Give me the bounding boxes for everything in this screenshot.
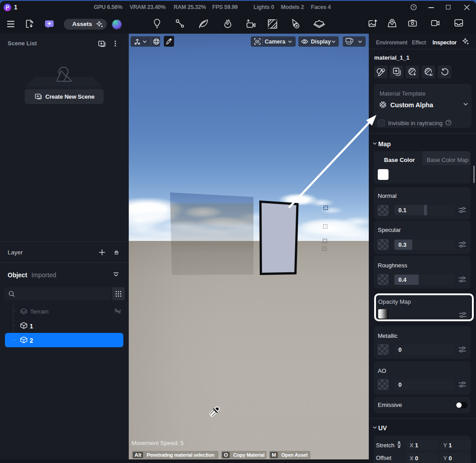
svg-text:AI: AI (429, 73, 432, 76)
svg-text:?: ? (447, 120, 450, 125)
svg-text:?: ? (412, 5, 415, 9)
